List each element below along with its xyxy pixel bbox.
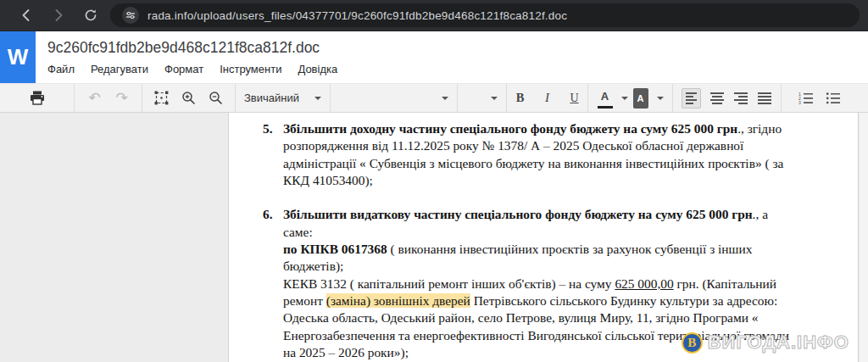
document-page: 5.Збільшити доходну частину спеціального… <box>228 113 859 362</box>
highlight-color-button[interactable]: A <box>633 88 648 109</box>
watermark-text: ВИГОДА.ІНФО <box>708 331 849 354</box>
select-area-icon[interactable] <box>154 88 170 109</box>
menu-bar: ФайлРедагуватиФорматІнструментиДовідка <box>47 63 337 75</box>
text-run: по КПКВ 0617368 <box>283 242 387 256</box>
print-button[interactable] <box>30 88 45 109</box>
paragraph-number: 5. <box>263 120 283 189</box>
browser-toolbar: rada.info/upload/users_files/04377701/9c… <box>0 0 868 31</box>
style-dropdown[interactable]: Звичайний <box>236 84 331 112</box>
list-group: 123 <box>782 84 858 112</box>
paragraph-number: 6. <box>263 206 283 361</box>
viewer-content: 5.Збільшити доходну частину спеціального… <box>0 113 868 362</box>
chevron-down-icon[interactable] <box>657 97 664 100</box>
menu-item-1[interactable]: Редагувати <box>91 63 148 75</box>
text-run: Збільшити видаткову частину спеціального… <box>283 207 753 221</box>
undo-redo-group: ↶ ↷ <box>75 84 142 112</box>
vertical-scrollbar[interactable] <box>860 113 868 362</box>
document-body: 5.Збільшити доходну частину спеціального… <box>263 120 798 362</box>
chevron-down-icon <box>491 97 498 100</box>
align-center-button[interactable] <box>709 88 725 109</box>
bulleted-list-button[interactable] <box>826 88 841 109</box>
underline-button[interactable]: U <box>567 88 582 109</box>
italic-button[interactable]: I <box>540 88 555 109</box>
bold-button[interactable]: B <box>513 88 528 109</box>
align-justify-button[interactable] <box>757 88 772 109</box>
size-dropdown[interactable] <box>458 84 507 112</box>
style-dropdown-value[interactable]: Звичайний <box>244 92 299 104</box>
align-group <box>673 84 782 112</box>
text-color-button[interactable]: A <box>598 88 613 109</box>
print-group <box>0 84 75 112</box>
back-icon[interactable] <box>14 3 39 28</box>
redo-button[interactable]: ↷ <box>114 88 130 109</box>
document-header: W 9c260fc91fdb2be9d468c121f8ca812f.doc Ф… <box>0 31 868 83</box>
vygoda-logo-icon: В <box>682 332 703 354</box>
paragraph: 5.Збільшити доходну частину спеціального… <box>263 120 798 189</box>
forward-icon[interactable] <box>46 3 71 28</box>
paragraph-text: Збільшити доходну частину спеціального ф… <box>283 120 798 189</box>
zoom-out-button[interactable] <box>209 88 224 109</box>
format-group: B I U <box>507 84 588 112</box>
align-left-button[interactable] <box>682 88 701 109</box>
text-run: (заміна) зовнішніх дверей <box>326 293 470 308</box>
url-text[interactable]: rada.info/upload/users_files/04377701/9c… <box>147 9 567 22</box>
chevron-down-icon[interactable] <box>621 97 628 100</box>
menu-item-4[interactable]: Довідка <box>298 63 337 75</box>
align-right-button[interactable] <box>733 88 748 109</box>
watermark: В ВИГОДА.ІНФО <box>682 331 849 354</box>
color-group: A A <box>588 84 673 112</box>
numbered-list-button[interactable]: 123 <box>798 88 814 109</box>
menu-item-3[interactable]: Інструменти <box>220 63 281 75</box>
menu-item-0[interactable]: Файл <box>47 63 75 75</box>
word-file-icon: W <box>0 31 36 83</box>
reload-icon[interactable] <box>78 3 103 28</box>
site-settings-icon[interactable] <box>122 7 139 24</box>
undo-button[interactable]: ↶ <box>87 88 103 109</box>
menu-item-2[interactable]: Формат <box>164 63 203 75</box>
zoom-in-button[interactable] <box>181 88 197 109</box>
document-title: 9c260fc91fdb2be9d468c121f8ca812f.doc <box>47 39 320 57</box>
zoom-group <box>142 84 236 112</box>
text-run: 625 000,00 <box>615 276 673 291</box>
chevron-down-icon <box>314 97 321 100</box>
chevron-down-icon <box>442 97 448 100</box>
text-run: Збільшити доходну частину спеціального ф… <box>283 121 737 136</box>
editor-toolbar: ↶ ↷ Звичайний B I U A A <box>0 83 868 113</box>
font-dropdown[interactable] <box>331 84 458 112</box>
address-bar[interactable]: rada.info/upload/users_files/04377701/9c… <box>110 3 860 27</box>
svg-text:3: 3 <box>798 100 801 104</box>
text-run: КЕКВ 3132 ( капітальний ремонт інших об'… <box>283 276 615 291</box>
